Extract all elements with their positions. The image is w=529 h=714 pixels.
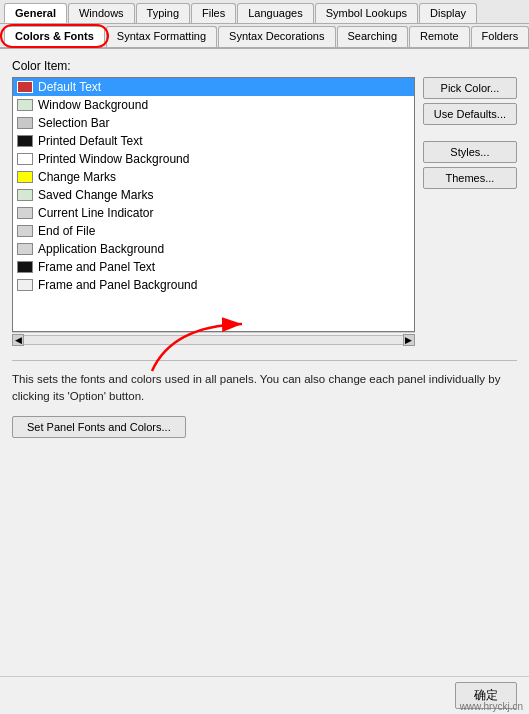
list-item-label: Printed Default Text [38, 134, 143, 148]
list-item[interactable]: Frame and Panel Text [13, 258, 414, 276]
list-item[interactable]: Frame and Panel Background [13, 276, 414, 294]
tab-syntax-decorations[interactable]: Syntax Decorations [218, 26, 335, 47]
tab-row-2: Colors & Fonts Syntax Formatting Syntax … [0, 24, 529, 49]
color-list: Default TextWindow BackgroundSelection B… [13, 78, 414, 294]
color-swatch [17, 207, 33, 219]
use-defaults-button[interactable]: Use Defaults... [423, 103, 517, 125]
tab-row-1: General Windows Typing Files Languages S… [0, 0, 529, 24]
list-item-label: Selection Bar [38, 116, 109, 130]
list-item[interactable]: Application Background [13, 240, 414, 258]
list-item-label: Window Background [38, 98, 148, 112]
pick-color-button[interactable]: Pick Color... [423, 77, 517, 99]
bottom-bar: 确定 [0, 676, 529, 714]
set-panel-fonts-button[interactable]: Set Panel Fonts and Colors... [12, 416, 186, 438]
list-item[interactable]: Window Background [13, 96, 414, 114]
styles-button[interactable]: Styles... [423, 141, 517, 163]
list-item[interactable]: Printed Default Text [13, 132, 414, 150]
list-item-label: Frame and Panel Text [38, 260, 155, 274]
color-swatch [17, 99, 33, 111]
color-list-area: Default TextWindow BackgroundSelection B… [12, 77, 517, 346]
list-item-label: Saved Change Marks [38, 188, 153, 202]
color-listbox[interactable]: Default TextWindow BackgroundSelection B… [12, 77, 415, 332]
list-item[interactable]: Default Text [13, 78, 414, 96]
list-item[interactable]: Saved Change Marks [13, 186, 414, 204]
themes-button[interactable]: Themes... [423, 167, 517, 189]
list-item[interactable]: End of File [13, 222, 414, 240]
color-swatch [17, 243, 33, 255]
list-item[interactable]: Current Line Indicator [13, 204, 414, 222]
tab-remote[interactable]: Remote [409, 26, 470, 47]
tab-languages[interactable]: Languages [237, 3, 313, 23]
list-item[interactable]: Change Marks [13, 168, 414, 186]
tab-display[interactable]: Display [419, 3, 477, 23]
color-swatch [17, 81, 33, 93]
list-item-label: Change Marks [38, 170, 116, 184]
list-item[interactable]: Selection Bar [13, 114, 414, 132]
list-item-label: Application Background [38, 242, 164, 256]
tab-searching[interactable]: Searching [337, 26, 409, 47]
main-content: Color Item: Default TextWindow Backgroun… [0, 49, 529, 676]
color-swatch [17, 171, 33, 183]
list-item-label: Current Line Indicator [38, 206, 153, 220]
tab-symbol-lookups[interactable]: Symbol Lookups [315, 3, 418, 23]
color-swatch [17, 261, 33, 273]
tab-typing[interactable]: Typing [136, 3, 190, 23]
color-swatch [17, 153, 33, 165]
tab-syntax-formatting[interactable]: Syntax Formatting [106, 26, 217, 47]
color-swatch [17, 117, 33, 129]
color-listbox-outer: Default TextWindow BackgroundSelection B… [12, 77, 415, 346]
list-item[interactable]: Printed Window Background [13, 150, 414, 168]
color-item-label: Color Item: [12, 59, 517, 73]
list-item-label: Printed Window Background [38, 152, 189, 166]
side-buttons: Pick Color... Use Defaults... Styles... … [423, 77, 517, 346]
tab-general[interactable]: General [4, 3, 67, 23]
tab-folders[interactable]: Folders [471, 26, 529, 47]
description-text: This sets the fonts and colors used in a… [12, 371, 517, 406]
description-section: This sets the fonts and colors used in a… [12, 360, 517, 438]
tab-colors-fonts[interactable]: Colors & Fonts [4, 26, 105, 47]
horizontal-scrollbar[interactable]: ◀ ▶ [12, 332, 415, 346]
color-swatch [17, 225, 33, 237]
tab-files[interactable]: Files [191, 3, 236, 23]
color-swatch [17, 189, 33, 201]
tab-windows[interactable]: Windows [68, 3, 135, 23]
list-item-label: Default Text [38, 80, 101, 94]
list-item-label: End of File [38, 224, 95, 238]
color-swatch [17, 135, 33, 147]
color-swatch [17, 279, 33, 291]
list-item-label: Frame and Panel Background [38, 278, 197, 292]
watermark: www.hryckj.cn [460, 701, 523, 712]
